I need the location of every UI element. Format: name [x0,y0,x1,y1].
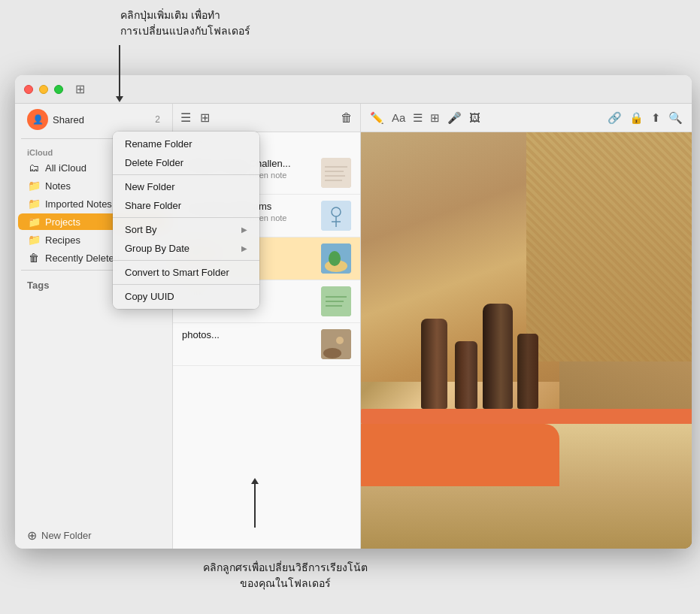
bottle-1 [421,319,447,409]
menu-separator-3 [113,260,259,261]
editor-toolbar: ✏️ Aa ☰ ⊞ 🎤 🖼 🔗 🔒 ⬆ 🔍 [361,104,692,132]
submenu-arrow-icon: ▶ [241,225,247,234]
note-item[interactable]: photos... [173,323,360,366]
menu-separator-4 [113,284,259,285]
sort-by-menu-item[interactable]: Sort By ▶ [113,220,259,239]
maximize-button[interactable] [54,85,63,94]
bottle-3 [483,304,513,409]
annotation-top-line1: คลิกปุ่มเพิ่มเติม เพื่อทำ [120,9,220,21]
annotation-bottom-line2: ของคุณในโฟลเดอร์ [240,577,331,589]
note-thumbnail [321,201,351,231]
annotation-bottom: คลิกลูกศรเพื่อเปลี่ยนวิธีการเรียงโน้ต ขอ… [203,560,368,591]
share-folder-label: Share Folder [125,200,181,211]
note-thumbnail [321,286,351,316]
bottle-2 [455,341,477,409]
new-folder-label: New Folder [41,530,91,541]
menu-separator-2 [113,217,259,218]
menu-separator-1 [113,174,259,175]
folder-icon: 🗂 [27,162,41,174]
new-folder-menu-item[interactable]: New Folder [113,177,259,196]
annotation-top-line2: การเปลี่ยนแปลงกับโฟลเดอร์ [120,25,250,37]
shelf [361,409,692,424]
arrow-top [119,45,120,98]
folder-icon: 📁 [27,198,41,210]
close-button[interactable] [24,85,33,94]
table-icon[interactable]: ⊞ [430,111,440,125]
delete-folder-label: Delete Folder [125,157,183,168]
grid-view-icon[interactable]: ⊞ [200,110,210,125]
context-menu: Rename Folder Delete Folder New Folder S… [113,132,259,309]
convert-smart-folder-menu-item[interactable]: Convert to Smart Folder [113,263,259,282]
svg-point-11 [329,251,341,266]
svg-point-18 [323,348,341,358]
folder-icon: 📁 [27,180,41,192]
share-icon[interactable]: ⬆ [651,111,661,125]
annotation-top: คลิกปุ่มเพิ่มเติม เพื่อทำ การเปลี่ยนแปลง… [120,8,250,39]
editor-background-image [361,132,692,549]
note-thumbnail [321,158,351,188]
new-folder-button[interactable]: ⊕ New Folder [15,522,172,549]
checklist-icon[interactable]: ☰ [413,111,423,125]
note-text: photos... [182,329,314,340]
new-note-icon[interactable]: ✏️ [370,111,384,125]
convert-smart-folder-label: Convert to Smart Folder [125,267,229,278]
trash-icon: 🗑 [27,252,41,264]
new-folder-label: New Folder [125,181,174,192]
lock-icon[interactable]: 🔒 [629,111,644,125]
audio-icon[interactable]: 🎤 [447,111,462,125]
svg-rect-0 [321,158,351,188]
delete-note-icon[interactable]: 🗑 [341,111,353,125]
note-title: photos... [182,329,310,340]
rename-folder-label: Rename Folder [125,138,192,150]
sidebar-toggle-icon[interactable]: ⊞ [75,82,85,96]
notes-list-toolbar: ☰ ⊞ 🗑 [173,104,360,132]
minimize-button[interactable] [39,85,48,94]
sidebar-item-shared[interactable]: 👤 Shared 2 [18,104,169,135]
folder-icon: 📁 [27,216,41,228]
sort-by-label: Sort By [125,224,157,235]
group-by-date-label: Group By Date [125,243,189,254]
editor-panel: ✏️ Aa ☰ ⊞ 🎤 🖼 🔗 🔒 ⬆ 🔍 [361,104,692,549]
note-thumbnail [321,243,351,274]
share-folder-menu-item[interactable]: Share Folder [113,196,259,215]
list-view-icon[interactable]: ☰ [180,110,191,125]
note-thumbnail [321,329,351,359]
arrow-bottom [254,482,256,528]
font-icon[interactable]: Aa [392,111,405,124]
bottle-4 [517,334,538,409]
group-by-date-menu-item[interactable]: Group By Date ▶ [113,239,259,258]
media-icon[interactable]: 🖼 [469,111,480,124]
shared-avatar-icon: 👤 [27,109,48,130]
shared-count: 2 [155,114,160,125]
editor-content [361,132,692,549]
search-icon[interactable]: 🔍 [668,111,683,125]
link-icon[interactable]: 🔗 [608,111,622,125]
folder-icon: 📁 [27,234,41,246]
annotation-bottom-line1: คลิกลูกศรเพื่อเปลี่ยนวิธีการเรียงโน้ต [203,561,368,573]
svg-point-17 [336,337,344,344]
shared-label: Shared [53,114,150,126]
copy-uuid-menu-item[interactable]: Copy UUID [113,287,259,306]
submenu-arrow-icon: ▶ [241,244,247,253]
plus-icon: ⊕ [27,528,37,543]
rename-folder-menu-item[interactable]: Rename Folder [113,135,259,153]
delete-folder-menu-item[interactable]: Delete Folder [113,153,259,172]
copy-uuid-label: Copy UUID [125,291,174,302]
